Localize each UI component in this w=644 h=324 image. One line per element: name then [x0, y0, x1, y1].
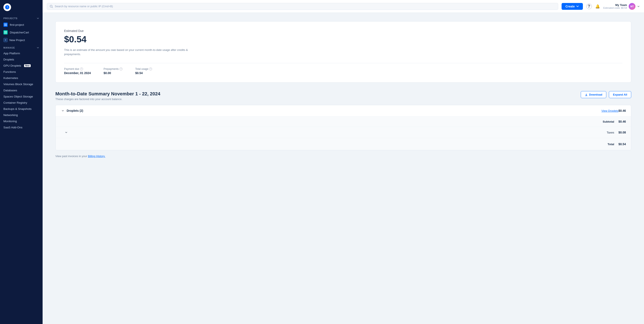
notifications-icon[interactable]: 🔔: [595, 4, 600, 9]
projects-section-header: PROJECTS: [0, 14, 42, 21]
subtotal-label: Subtotal: [64, 120, 618, 123]
payment-due-help-icon[interactable]: ?: [80, 67, 83, 70]
billing-details: Payment due ? December, 01 2024 Prepayme…: [64, 63, 622, 75]
help-icon[interactable]: ?: [586, 3, 592, 9]
sidebar-item-app-platform[interactable]: App Platform: [0, 50, 42, 56]
summary-table: Droplets (2) View Droplets $0.46 Subtota…: [55, 105, 631, 150]
topbar: Search by resource name or public IP (Cm…: [42, 0, 644, 13]
total-row: Total $0.54: [56, 138, 631, 150]
taxes-label: Taxes: [70, 131, 618, 134]
svg-rect-6: [6, 31, 6, 32]
user-team-name: My Team: [603, 3, 627, 6]
project-icon-teal: [4, 30, 8, 34]
total-label: Total: [64, 143, 618, 146]
search-box[interactable]: Search by resource name or public IP (Cm…: [47, 3, 558, 10]
total-value: $0.54: [618, 142, 626, 146]
user-estimated-costs: Estimated costs: $0.54: [603, 6, 627, 9]
plus-icon: +: [4, 38, 8, 42]
user-menu[interactable]: My Team Estimated costs: $0.54 MT: [603, 3, 640, 10]
sidebar-item-gpu-droplets[interactable]: GPU Droplets New: [0, 63, 42, 69]
download-icon: [585, 93, 588, 96]
prepayments-value: $0.00: [104, 71, 122, 75]
svg-rect-4: [6, 25, 6, 26]
svg-rect-3: [4, 25, 5, 26]
summary-header: Month-to-Date Summary November 1 - 22, 2…: [55, 91, 631, 101]
subtotal-value: $0.46: [618, 120, 626, 123]
logo: [0, 0, 42, 14]
sidebar-item-droplets[interactable]: Droplets: [0, 56, 42, 63]
billing-history-link[interactable]: Billing History.: [88, 155, 105, 158]
sidebar-item-first-project[interactable]: first-project: [0, 21, 42, 28]
droplets-value: $0.46: [618, 109, 626, 112]
sidebar-item-container-registry[interactable]: Container Registry: [0, 100, 42, 106]
estimated-description: This is an estimate of the amount you ow…: [64, 48, 192, 56]
sidebar-item-backups[interactable]: Backups & Snapshots: [0, 106, 42, 112]
manage-items-list: App Platform Droplets GPU Droplets New F…: [0, 50, 42, 130]
topbar-icons: ? 🔔: [586, 3, 600, 9]
main-area: Search by resource name or public IP (Cm…: [42, 0, 644, 324]
total-usage-value: $0.54: [135, 71, 152, 75]
payment-due-item: Payment due ? December, 01 2024: [64, 67, 91, 75]
payment-due-label: Payment due ?: [64, 67, 91, 70]
svg-rect-7: [4, 32, 5, 33]
logo-icon: [4, 3, 11, 11]
prepayments-label: Prepayments ?: [104, 67, 122, 70]
svg-rect-2: [6, 24, 6, 24]
sidebar-item-networking[interactable]: Networking: [0, 112, 42, 118]
total-usage-label: Total usage ?: [135, 67, 152, 70]
total-usage-item: Total usage ? $0.54: [135, 67, 152, 75]
subtotal-row: Subtotal $0.46: [56, 116, 631, 127]
project-icon-blue: [4, 22, 8, 27]
estimated-amount: $0.54: [64, 34, 622, 44]
sidebar-item-functions[interactable]: Functions: [0, 69, 42, 75]
new-badge: New: [24, 64, 31, 67]
expand-all-button[interactable]: Expand All: [609, 91, 631, 98]
droplets-chevron[interactable]: [61, 109, 65, 113]
avatar: MT: [629, 3, 636, 10]
taxes-row: Taxes $0.08: [56, 127, 631, 138]
manage-section-header: MANAGE: [0, 44, 42, 50]
download-button[interactable]: Download: [581, 91, 606, 98]
sidebar-item-volumes[interactable]: Volumes Block Storage: [0, 81, 42, 87]
sidebar-item-monitoring[interactable]: Monitoring: [0, 118, 42, 124]
sidebar-item-saas[interactable]: SaaS Add-Ons: [0, 124, 42, 130]
svg-rect-1: [4, 24, 5, 24]
summary-description: These charges are factored into your acc…: [55, 97, 160, 101]
total-usage-help-icon[interactable]: ?: [149, 67, 152, 70]
prepayments-help-icon[interactable]: ?: [120, 67, 122, 70]
droplets-label: Droplets (2): [67, 109, 597, 112]
taxes-chevron[interactable]: [64, 130, 68, 135]
svg-rect-5: [4, 31, 5, 32]
prepayments-item: Prepayments ? $0.00: [104, 67, 122, 75]
svg-line-10: [52, 7, 53, 8]
user-chevron-icon: [637, 5, 640, 8]
svg-point-9: [50, 5, 52, 7]
estimated-due-label: Estimated Due: [64, 29, 622, 32]
droplets-row: Droplets (2) View Droplets $0.46: [56, 105, 631, 116]
sidebar-item-dispatcher-cart[interactable]: DispatcherCart: [0, 28, 42, 36]
svg-rect-8: [6, 32, 6, 33]
summary-title: Month-to-Date Summary November 1 - 22, 2…: [55, 91, 160, 97]
chevron-down-icon: [576, 5, 579, 8]
taxes-value: $0.08: [618, 131, 626, 134]
payment-due-value: December, 01 2024: [64, 71, 91, 75]
search-icon: [50, 5, 53, 8]
view-droplets-link[interactable]: View Droplets: [602, 109, 618, 112]
summary-actions: Download Expand All: [581, 91, 631, 98]
sidebar: PROJECTS first-project DispatcherCart + …: [0, 0, 42, 324]
billing-history-note: View past invoices in your Billing Histo…: [55, 155, 631, 158]
summary-title-area: Month-to-Date Summary November 1 - 22, 2…: [55, 91, 160, 101]
sidebar-item-databases[interactable]: Databases: [0, 87, 42, 93]
sidebar-item-kubernetes[interactable]: Kubernetes: [0, 75, 42, 81]
sidebar-item-spaces[interactable]: Spaces Object Storage: [0, 93, 42, 100]
billing-card: Estimated Due $0.54 This is an estimate …: [55, 21, 631, 83]
create-button[interactable]: Create: [562, 3, 583, 10]
new-project-button[interactable]: + New Project: [0, 36, 42, 44]
content-area: Estimated Due $0.54 This is an estimate …: [42, 13, 644, 324]
